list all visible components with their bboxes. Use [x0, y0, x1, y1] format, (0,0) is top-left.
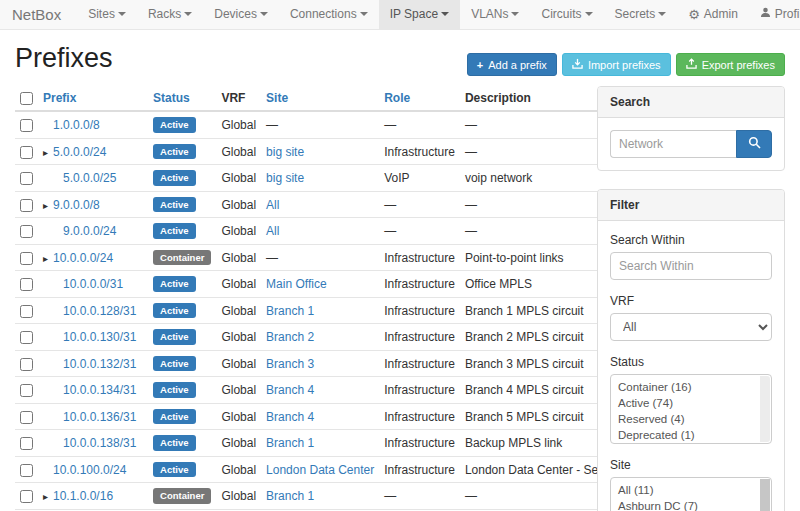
row-checkbox[interactable]	[20, 199, 33, 212]
profile-menu-item[interactable]: Profile	[749, 0, 800, 29]
status-badge: Active	[153, 117, 196, 133]
listbox-option[interactable]: All (11)	[618, 482, 757, 498]
prefix-link[interactable]: 10.0.0.132/31	[63, 357, 136, 371]
table-row: 10.0.0.130/31ActiveGlobalBranch 2Infrast…	[15, 324, 671, 351]
tree-indent	[43, 367, 53, 368]
tree-expand-icon[interactable]: ▸	[43, 200, 53, 211]
chevron-down-icon	[658, 12, 666, 16]
site-link[interactable]: Branch 4	[266, 410, 314, 424]
nav-item-secrets[interactable]: Secrets	[604, 0, 678, 29]
search-button[interactable]	[736, 130, 772, 158]
site-link[interactable]: London Data Center	[266, 463, 374, 477]
prefix-link[interactable]: 10.0.0.0/24	[53, 251, 113, 265]
column-sort-link[interactable]: Site	[266, 91, 288, 105]
import-icon	[572, 58, 583, 71]
row-checkbox[interactable]	[20, 384, 33, 397]
site-link[interactable]: Branch 1	[266, 436, 314, 450]
site-link[interactable]: big site	[266, 145, 304, 159]
search-input[interactable]	[610, 130, 736, 158]
prefix-link[interactable]: 10.0.100.0/24	[53, 463, 126, 477]
column-sort-link[interactable]: Role	[384, 91, 410, 105]
prefix-link[interactable]: 10.0.0.130/31	[63, 330, 136, 344]
row-checkbox[interactable]	[20, 146, 33, 159]
tree-indent	[43, 446, 53, 447]
row-checkbox[interactable]	[20, 411, 33, 424]
prefix-link[interactable]: 10.0.0.136/31	[63, 410, 136, 424]
import-prefixes-button[interactable]: Import prefixes	[562, 53, 671, 76]
column-header-prefix[interactable]: Prefix	[38, 86, 148, 111]
search-within-label: Search Within	[610, 233, 772, 247]
tree-expand-icon[interactable]: ▸	[43, 147, 53, 158]
user-menu: ⚙ Admin Profile Log out	[677, 0, 800, 29]
listbox-option[interactable]: Active (74)	[618, 395, 757, 411]
status-badge: Active	[153, 197, 196, 213]
row-checkbox[interactable]	[20, 119, 33, 132]
site-link[interactable]: All	[266, 198, 279, 212]
column-header-site[interactable]: Site	[261, 86, 379, 111]
nav-item-sites[interactable]: Sites	[77, 0, 137, 29]
column-header-status[interactable]: Status	[148, 86, 216, 111]
nav-item-ip-space[interactable]: IP Space	[379, 0, 460, 29]
site-link[interactable]: Branch 3	[266, 357, 314, 371]
vrf-select[interactable]: All	[610, 313, 772, 341]
top-navbar: NetBox SitesRacksDevicesConnectionsIP Sp…	[0, 0, 800, 30]
row-checkbox[interactable]	[20, 278, 33, 291]
prefix-link[interactable]: 10.0.0.138/31	[63, 436, 136, 450]
scrollbar-thumb[interactable]	[760, 479, 770, 511]
search-within-input[interactable]	[610, 252, 772, 280]
select-all-checkbox[interactable]	[20, 92, 33, 105]
site-link[interactable]: big site	[266, 171, 304, 185]
admin-menu-item[interactable]: ⚙ Admin	[677, 0, 749, 29]
nav-item-racks[interactable]: Racks	[137, 0, 203, 29]
row-checkbox[interactable]	[20, 331, 33, 344]
column-header-role[interactable]: Role	[379, 86, 460, 111]
row-checkbox[interactable]	[20, 437, 33, 450]
row-checkbox[interactable]	[20, 252, 33, 265]
add-prefix-button[interactable]: + Add a prefix	[467, 53, 557, 76]
vrf-cell: Global	[216, 377, 261, 404]
tree-expand-icon[interactable]: ▸	[43, 491, 53, 502]
prefix-link[interactable]: 5.0.0.0/24	[53, 145, 106, 159]
row-checkbox[interactable]	[20, 305, 33, 318]
export-prefixes-button[interactable]: Export prefixes	[676, 53, 785, 76]
site-link[interactable]: Branch 1	[266, 489, 314, 503]
column-sort-link[interactable]: Status	[153, 91, 190, 105]
row-checkbox[interactable]	[20, 172, 33, 185]
listbox-option[interactable]: Container (16)	[618, 379, 757, 395]
prefix-link[interactable]: 10.0.0.128/31	[63, 304, 136, 318]
site-link[interactable]: Branch 1	[266, 304, 314, 318]
nav-item-devices[interactable]: Devices	[203, 0, 279, 29]
listbox-option[interactable]: Ashburn DC (7)	[618, 498, 757, 511]
table-row: 10.0.0.128/31ActiveGlobalBranch 1Infrast…	[15, 297, 671, 324]
status-badge: Active	[153, 409, 196, 425]
site-link[interactable]: Main Office	[266, 277, 326, 291]
prefix-link[interactable]: 10.0.0.0/31	[63, 277, 123, 291]
tree-expand-icon[interactable]: ▸	[43, 253, 53, 264]
prefix-link[interactable]: 1.0.0.0/8	[53, 118, 100, 132]
site-link[interactable]: Branch 4	[266, 383, 314, 397]
brand-logo[interactable]: NetBox	[0, 0, 77, 29]
scrollbar[interactable]	[760, 376, 770, 442]
column-sort-link[interactable]: Prefix	[43, 91, 76, 105]
table-row: ▸9.0.0.0/8ActiveGlobalAll——	[15, 191, 671, 218]
nav-item-circuits[interactable]: Circuits	[530, 0, 603, 29]
nav-item-connections[interactable]: Connections	[279, 0, 379, 29]
status-badge: Container	[153, 488, 211, 504]
prefix-link[interactable]: 9.0.0.0/8	[53, 198, 100, 212]
site-link[interactable]: Branch 2	[266, 330, 314, 344]
site-link[interactable]: All	[266, 224, 279, 238]
row-checkbox[interactable]	[20, 225, 33, 238]
prefix-link[interactable]: 5.0.0.0/25	[63, 171, 116, 185]
prefix-link[interactable]: 9.0.0.0/24	[63, 224, 116, 238]
site-filter-listbox[interactable]: All (11)Ashburn DC (7)big site (2)Branch…	[610, 477, 772, 511]
status-filter-listbox[interactable]: Container (16)Active (74)Reserved (4)Dep…	[610, 374, 772, 444]
row-checkbox[interactable]	[20, 358, 33, 371]
prefix-link[interactable]: 10.0.0.134/31	[63, 383, 136, 397]
prefix-link[interactable]: 10.1.0.0/16	[53, 489, 113, 503]
listbox-option[interactable]: Reserved (4)	[618, 411, 757, 427]
row-checkbox[interactable]	[20, 464, 33, 477]
row-checkbox[interactable]	[20, 490, 33, 503]
nav-item-label: Circuits	[541, 7, 581, 21]
nav-item-vlans[interactable]: VLANs	[460, 0, 530, 29]
listbox-option[interactable]: Deprecated (1)	[618, 427, 757, 443]
